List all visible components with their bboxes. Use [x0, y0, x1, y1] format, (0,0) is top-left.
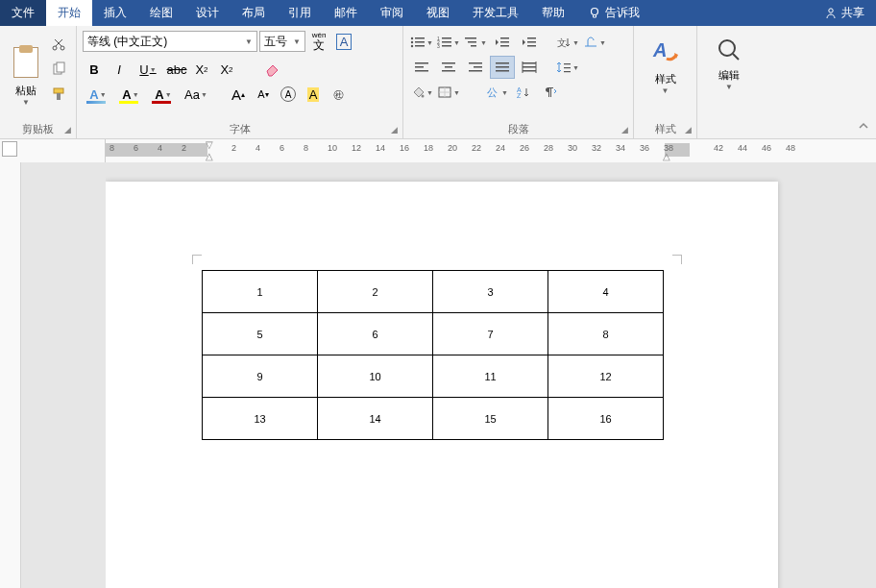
table-cell[interactable]: 1: [203, 271, 318, 313]
shrink-font-button[interactable]: A▾: [252, 83, 275, 106]
tab-help[interactable]: 帮助: [530, 0, 576, 26]
numbering-button[interactable]: 123▼: [436, 31, 461, 54]
enclose-char-button[interactable]: A: [277, 83, 300, 106]
bold-button[interactable]: B: [83, 58, 106, 81]
tell-me-label: 告诉我: [605, 5, 640, 21]
horizontal-ruler[interactable]: 8642246810121416182022242628303234363842…: [106, 139, 876, 162]
asian-layout-button[interactable]: 公▼: [484, 81, 509, 104]
collapse-ribbon-button[interactable]: [857, 119, 870, 133]
table-row[interactable]: 13141516: [203, 398, 664, 440]
document-canvas[interactable]: 12345678910111213141516: [106, 162, 876, 588]
tab-view[interactable]: 视图: [415, 0, 461, 26]
sort-button[interactable]: AZ: [511, 81, 536, 104]
tab-insert[interactable]: 插入: [92, 0, 138, 26]
table-cell[interactable]: 12: [548, 355, 664, 398]
page[interactable]: 12345678910111213141516: [106, 182, 778, 588]
strikethrough-button[interactable]: abc: [165, 58, 188, 81]
ruler-tick: 12: [352, 143, 361, 153]
font-name-combo[interactable]: 等线 (中文正文) ▼: [83, 31, 257, 52]
tab-layout[interactable]: 布局: [231, 0, 277, 26]
distribute-button[interactable]: [517, 56, 542, 79]
first-line-indent-marker[interactable]: ▽: [206, 139, 213, 150]
align-right-button[interactable]: [463, 56, 488, 79]
phonetic-guide-button[interactable]: wén 文: [307, 30, 330, 53]
align-center-button[interactable]: [436, 56, 461, 79]
ruler-tick: 32: [592, 143, 601, 153]
decrease-indent-button[interactable]: [490, 31, 515, 54]
multilevel-list-button[interactable]: ▼: [463, 31, 488, 54]
borders-button[interactable]: ▼: [436, 81, 461, 104]
table-cell[interactable]: 13: [203, 398, 318, 440]
tab-file[interactable]: 文件: [0, 0, 46, 26]
table-cell[interactable]: 10: [318, 355, 433, 398]
share-button[interactable]: 共享: [813, 5, 876, 21]
table-row[interactable]: 5678: [203, 313, 664, 355]
text-effects-button[interactable]: A▼: [83, 83, 113, 106]
table-cell[interactable]: 2: [318, 271, 433, 313]
format-painter-button[interactable]: [48, 84, 69, 105]
table-cell[interactable]: 4: [548, 271, 664, 313]
table-row[interactable]: 1234: [203, 271, 664, 313]
tab-design[interactable]: 设计: [184, 0, 231, 26]
grow-font-button[interactable]: A▴: [227, 83, 250, 106]
cut-button[interactable]: [48, 34, 69, 55]
change-case-button[interactable]: A: [302, 83, 325, 106]
font-launcher[interactable]: ◢: [389, 125, 399, 135]
align-justify-button[interactable]: [490, 56, 515, 79]
table-cell[interactable]: 3: [433, 271, 548, 313]
circled-char-button[interactable]: ㊓: [327, 83, 350, 106]
document-table[interactable]: 12345678910111213141516: [202, 270, 664, 440]
font-size-combo[interactable]: 五号 ▼: [259, 31, 305, 52]
tell-me[interactable]: 告诉我: [576, 5, 651, 21]
svg-rect-15: [442, 37, 451, 39]
char-border-button[interactable]: A: [332, 30, 355, 53]
paint-bucket-icon: [410, 86, 426, 99]
tab-review[interactable]: 审阅: [369, 0, 415, 26]
show-marks-button[interactable]: [538, 81, 563, 104]
hanging-indent-marker[interactable]: △: [206, 151, 213, 161]
superscript-button[interactable]: X2: [215, 58, 238, 81]
table-cell[interactable]: 5: [203, 313, 318, 355]
distribute-icon: [522, 61, 537, 74]
table-cell[interactable]: 9: [203, 355, 318, 398]
editing-button[interactable]: 编辑 ▼: [703, 30, 755, 118]
tab-selector[interactable]: [2, 141, 17, 157]
clipboard-launcher[interactable]: ◢: [62, 125, 72, 135]
svg-rect-44: [523, 70, 536, 72]
styles-button[interactable]: A 样式 ▼: [640, 30, 691, 118]
table-row[interactable]: 9101112: [203, 355, 664, 398]
table-cell[interactable]: 15: [433, 398, 548, 440]
tab-mail[interactable]: 邮件: [323, 0, 369, 26]
tab-home[interactable]: 开始: [46, 0, 92, 26]
increase-indent-button[interactable]: [517, 31, 542, 54]
italic-button[interactable]: I: [108, 58, 131, 81]
clear-formatting-button[interactable]: [261, 58, 284, 81]
table-cell[interactable]: 14: [318, 398, 433, 440]
highlight-button[interactable]: A▼: [115, 83, 146, 106]
bullets-button[interactable]: ▼: [409, 31, 434, 54]
paste-button[interactable]: 粘贴 ▼: [6, 30, 46, 118]
table-cell[interactable]: 7: [433, 313, 548, 355]
align-left-button[interactable]: [409, 56, 434, 79]
styles-launcher[interactable]: ◢: [683, 125, 693, 135]
tab-references[interactable]: 引用: [277, 0, 323, 26]
vertical-ruler[interactable]: [0, 162, 21, 588]
tab-developer[interactable]: 开发工具: [461, 0, 530, 26]
right-indent-marker[interactable]: △: [663, 151, 670, 161]
snap-button[interactable]: ▼: [582, 31, 607, 54]
line-spacing-button[interactable]: ▼: [555, 56, 580, 79]
ruler-tick: 2: [182, 143, 186, 153]
char-shading-button[interactable]: Aa▼: [181, 83, 211, 106]
table-cell[interactable]: 6: [318, 313, 433, 355]
table-cell[interactable]: 16: [548, 398, 664, 440]
underline-button[interactable]: U▼: [133, 58, 163, 81]
text-direction-button[interactable]: 文▼: [555, 31, 580, 54]
paragraph-launcher[interactable]: ◢: [620, 125, 629, 135]
tab-draw[interactable]: 绘图: [138, 0, 184, 26]
subscript-button[interactable]: X2: [190, 58, 213, 81]
copy-button[interactable]: [48, 59, 69, 80]
font-color-button[interactable]: A▼: [148, 83, 179, 106]
shading-button[interactable]: ▼: [409, 81, 434, 104]
table-cell[interactable]: 11: [433, 355, 548, 398]
table-cell[interactable]: 8: [548, 313, 664, 355]
